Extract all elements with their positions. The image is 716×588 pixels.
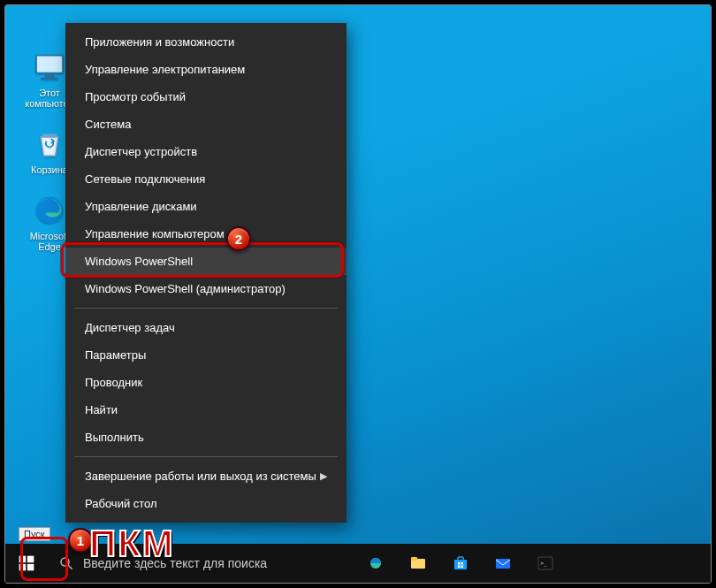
search-placeholder: Введите здесь текст для поиска xyxy=(83,556,267,570)
winx-item[interactable]: Система xyxy=(65,111,347,138)
svg-text:>_: >_ xyxy=(541,560,548,567)
svg-rect-17 xyxy=(461,562,464,565)
winx-item-label: Управление компьютером xyxy=(85,227,225,241)
winx-context-menu: Приложения и возможностиУправление элект… xyxy=(65,23,347,523)
winx-item[interactable]: Windows PowerShell xyxy=(65,248,347,275)
svg-point-9 xyxy=(61,558,69,566)
taskbar-item-explorer[interactable] xyxy=(398,544,438,583)
winx-item-label: Диспетчер задач xyxy=(85,321,175,334)
search-icon xyxy=(58,555,74,571)
winx-item-label: Windows PowerShell xyxy=(85,255,193,268)
winx-item-label: Выполнить xyxy=(85,431,144,444)
desktop-icon-label: Корзина xyxy=(31,164,68,175)
winx-item[interactable]: Рабочий стол xyxy=(65,490,347,517)
winx-item-label: Windows PowerShell (администратор) xyxy=(85,282,286,295)
svg-rect-7 xyxy=(19,564,27,571)
svg-rect-1 xyxy=(45,74,54,77)
taskbar-search[interactable]: Введите здесь текст для поиска xyxy=(48,544,348,583)
winx-item[interactable]: Проводник xyxy=(65,369,347,396)
this-pc-icon xyxy=(32,50,67,85)
winx-item-label: Просмотр событий xyxy=(85,90,186,103)
winx-item[interactable]: Windows PowerShell (администратор) xyxy=(65,275,347,302)
winx-separator xyxy=(74,308,338,309)
chevron-right-icon: ▶ xyxy=(320,470,327,482)
svg-rect-16 xyxy=(458,562,461,565)
taskbar-item-mail[interactable] xyxy=(483,544,523,583)
taskbar-item-edge[interactable] xyxy=(355,544,396,583)
winx-item-label: Завершение работы или выход из системы xyxy=(85,470,316,483)
recycle-bin-icon xyxy=(32,126,67,162)
winx-item-label: Диспетчер устройств xyxy=(85,145,197,158)
svg-rect-19 xyxy=(461,566,464,569)
winx-item[interactable]: Сетевые подключения xyxy=(65,165,347,193)
winx-item[interactable]: Приложения и возможности xyxy=(65,28,347,56)
svg-rect-18 xyxy=(458,566,461,569)
winx-item[interactable]: Управление дисками xyxy=(65,193,347,220)
taskbar: Введите здесь текст для поиска >_ xyxy=(5,544,711,583)
winx-item-label: Проводник xyxy=(85,376,142,389)
svg-rect-6 xyxy=(27,556,34,563)
winx-item[interactable]: Просмотр событий xyxy=(65,83,347,111)
winx-item-label: Управление электропитанием xyxy=(85,63,245,76)
winx-item-label: Система xyxy=(85,118,131,131)
winx-item-label: Приложения и возможности xyxy=(85,35,234,49)
winx-item-label: Параметры xyxy=(85,348,146,362)
taskbar-pinned-apps: >_ xyxy=(355,544,566,583)
svg-line-10 xyxy=(68,565,72,569)
winx-item-label: Управление дисками xyxy=(85,200,197,213)
taskbar-item-terminal[interactable]: >_ xyxy=(525,544,566,583)
svg-rect-5 xyxy=(19,556,27,563)
svg-rect-8 xyxy=(27,564,34,571)
edge-icon xyxy=(32,193,67,228)
windows-logo-icon xyxy=(18,554,35,572)
winx-item-label: Рабочий стол xyxy=(85,497,157,510)
winx-item-label: Сетевые подключения xyxy=(85,172,205,186)
winx-item[interactable]: Управление электропитанием xyxy=(65,56,347,83)
winx-item[interactable]: Выполнить xyxy=(65,424,347,451)
winx-separator xyxy=(74,456,338,457)
start-button[interactable] xyxy=(5,544,48,583)
winx-item-label: Найти xyxy=(85,403,118,416)
svg-rect-13 xyxy=(411,557,417,561)
winx-item[interactable]: Завершение работы или выход из системы▶ xyxy=(65,462,347,490)
winx-item[interactable]: Параметры xyxy=(65,341,347,369)
svg-rect-20 xyxy=(496,559,510,569)
svg-rect-15 xyxy=(458,557,463,561)
winx-item[interactable]: Диспетчер задач xyxy=(65,314,347,341)
svg-point-4 xyxy=(36,197,63,224)
svg-rect-0 xyxy=(36,56,63,73)
taskbar-item-store[interactable] xyxy=(440,544,481,583)
winx-item[interactable]: Управление компьютером xyxy=(65,220,347,248)
start-tooltip: Пуск xyxy=(19,527,50,541)
svg-rect-3 xyxy=(42,134,57,138)
svg-rect-2 xyxy=(41,78,58,80)
winx-item[interactable]: Диспетчер устройств xyxy=(65,138,347,165)
winx-item[interactable]: Найти xyxy=(65,396,347,424)
